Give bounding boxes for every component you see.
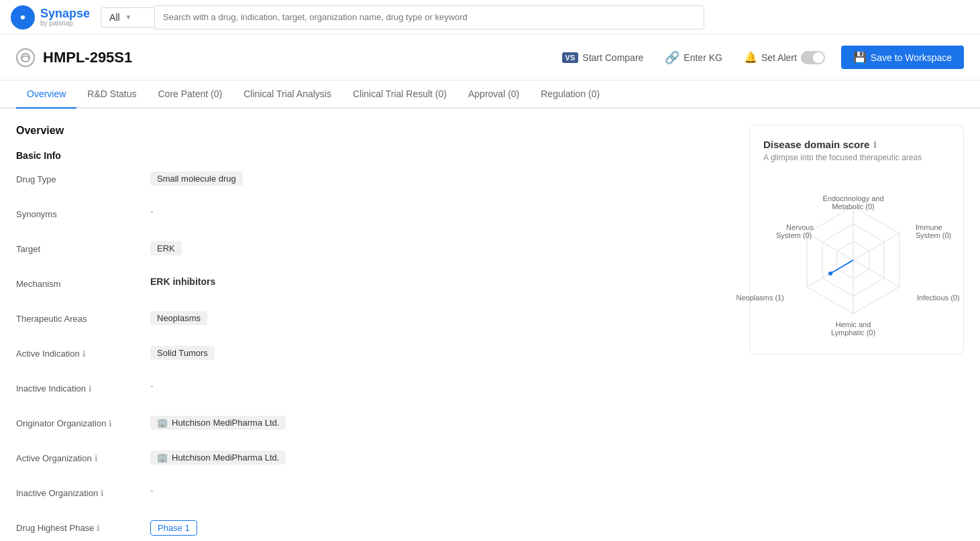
originator-org-value: 🏢 Hutchison MediPharma Ltd.	[150, 416, 733, 430]
tab-navigation: Overview R&D Status Core Patent (0) Clin…	[0, 80, 980, 109]
label-nervous: Nervous	[786, 223, 814, 231]
vs-icon: VS	[562, 52, 579, 63]
org-building-icon: 🏢	[157, 418, 168, 428]
target-label: Target	[16, 241, 150, 254]
drug-highest-phase-label: Drug Highest Phase ℹ	[16, 520, 150, 533]
tab-approval[interactable]: Approval (0)	[457, 80, 530, 109]
originator-org-name: Hutchison MediPharma Ltd.	[172, 418, 279, 428]
synonyms-value: -	[150, 206, 733, 217]
drug-actions: VS Start Compare 🔗 Enter KG 🔔 Set Alert …	[557, 46, 964, 69]
mechanism-label: Mechanism	[16, 276, 150, 289]
save-workspace-button[interactable]: 💾 Save to Workspace	[841, 46, 964, 69]
alert-toggle[interactable]	[801, 51, 825, 64]
inactive-indication-label: Inactive Indication ℹ	[16, 381, 150, 394]
alert-icon: 🔔	[744, 51, 757, 64]
search-type-select[interactable]: All ▼	[101, 7, 154, 27]
drug-type-row: Drug Type Small molecule drug	[16, 172, 733, 193]
originator-org-row: Originator Organization ℹ 🏢 Hutchison Me…	[16, 416, 733, 437]
active-org-label: Active Organization ℹ	[16, 450, 150, 463]
tab-clinical-trial-analysis[interactable]: Clinical Trial Analysis	[233, 80, 342, 109]
therapeutic-areas-row: Therapeutic Areas Neoplasms	[16, 311, 733, 333]
enter-kg-label: Enter KG	[684, 52, 722, 63]
synonyms-row: Synonyms -	[16, 206, 733, 228]
active-indication-value: Solid Tumors	[150, 346, 733, 363]
logo-area: Synapse by patsnap	[11, 5, 90, 29]
active-org-row: Active Organization ℹ 🏢 Hutchison MediPh…	[16, 450, 733, 472]
drug-highest-phase-tag: Phase 1	[150, 520, 197, 536]
logo-icon	[11, 5, 35, 29]
mechanism-row: Mechanism ERK inhibitors	[16, 276, 733, 298]
inactive-indication-value: -	[150, 381, 733, 392]
drug-type-tag: Small molecule drug	[150, 172, 243, 186]
drug-name: HMPL-295S1	[43, 49, 557, 66]
tab-rd-status[interactable]: R&D Status	[76, 80, 147, 109]
target-row: Target ERK	[16, 241, 733, 263]
target-value: ERK	[150, 241, 733, 258]
active-indication-label: Active Indication ℹ	[16, 346, 150, 359]
disease-domain-title: Disease domain score ℹ	[763, 139, 950, 150]
logo-text: Synapse	[40, 7, 90, 19]
originator-org-tag: 🏢 Hutchison MediPharma Ltd.	[150, 416, 286, 430]
active-org-name: Hutchison MediPharma Ltd.	[172, 453, 279, 463]
tab-overview[interactable]: Overview	[16, 80, 76, 109]
search-type-label: All	[109, 12, 120, 23]
active-indication-info-icon[interactable]: ℹ	[83, 349, 86, 359]
therapeutic-areas-value: Neoplasms	[150, 311, 733, 328]
svg-text:System (0): System (0)	[916, 231, 951, 239]
search-input[interactable]	[154, 5, 704, 29]
disease-domain-title-text: Disease domain score	[763, 139, 869, 150]
active-org-building-icon: 🏢	[157, 453, 168, 463]
synonyms-label: Synonyms	[16, 206, 150, 219]
svg-text:Lymphatic (0): Lymphatic (0)	[831, 328, 875, 337]
drug-highest-phase-value: Phase 1	[150, 520, 733, 536]
inactive-org-label: Inactive Organization ℹ	[16, 485, 150, 498]
therapeutic-areas-tag: Neoplasms	[150, 311, 207, 325]
drug-type-label: Drug Type	[16, 172, 150, 184]
svg-line-10	[830, 260, 853, 274]
inactive-org-row: Inactive Organization ℹ -	[16, 485, 733, 507]
search-bar: All ▼	[101, 5, 704, 29]
label-hemic: Hemic and	[836, 320, 871, 328]
mechanism-value: ERK inhibitors	[150, 276, 733, 287]
active-indication-tag: Solid Tumors	[150, 346, 215, 360]
tab-regulation[interactable]: Regulation (0)	[530, 80, 610, 109]
disease-domain-panel: Disease domain score ℹ A glimpse into th…	[749, 125, 964, 355]
active-org-tag: 🏢 Hutchison MediPharma Ltd.	[150, 450, 286, 465]
inactive-indication-info-icon[interactable]: ℹ	[89, 384, 92, 394]
tab-core-patent[interactable]: Core Patent (0)	[148, 80, 233, 109]
drug-type-value: Small molecule drug	[150, 172, 733, 188]
drug-highest-phase-info-icon[interactable]: ℹ	[97, 524, 100, 533]
drug-icon	[16, 48, 35, 67]
start-compare-label: Start Compare	[582, 52, 643, 63]
set-alert-label: Set Alert	[761, 52, 797, 63]
disease-domain-subtitle: A glimpse into the focused therapeutic a…	[763, 153, 950, 162]
originator-org-label: Originator Organization ℹ	[16, 416, 150, 428]
inactive-indication-row: Inactive Indication ℹ -	[16, 381, 733, 402]
drug-highest-phase-row: Drug Highest Phase ℹ Phase 1	[16, 520, 733, 541]
enter-kg-button[interactable]: 🔗 Enter KG	[659, 48, 728, 68]
inactive-org-info-icon[interactable]: ℹ	[101, 489, 104, 498]
originator-org-info-icon[interactable]: ℹ	[109, 419, 112, 428]
disease-domain-info-icon[interactable]: ℹ	[873, 140, 877, 149]
label-neoplasms: Neoplasms (1)	[736, 294, 784, 302]
set-alert-button[interactable]: 🔔 Set Alert	[739, 48, 830, 67]
tab-clinical-trial-result[interactable]: Clinical Trial Result (0)	[342, 80, 457, 109]
kg-icon: 🔗	[665, 50, 679, 65]
svg-point-1	[21, 15, 25, 19]
active-org-value: 🏢 Hutchison MediPharma Ltd.	[150, 450, 733, 465]
save-icon: 💾	[853, 51, 867, 64]
radar-svg: Endocrinology and Metabolic (0) Immune S…	[749, 166, 964, 347]
svg-point-11	[828, 272, 832, 276]
label-infectious: Infectious (0)	[917, 294, 960, 302]
inactive-org-value: -	[150, 485, 733, 496]
active-org-info-icon[interactable]: ℹ	[95, 454, 98, 463]
svg-text:System (0): System (0)	[776, 231, 812, 239]
basic-info-title: Basic Info	[16, 150, 733, 161]
content-area: Overview Basic Info Drug Type Small mole…	[0, 109, 980, 541]
start-compare-button[interactable]: VS Start Compare	[557, 50, 649, 66]
save-workspace-label: Save to Workspace	[871, 52, 952, 63]
svg-text:Metabolic (0): Metabolic (0)	[832, 202, 875, 211]
drug-header: HMPL-295S1 VS Start Compare 🔗 Enter KG 🔔…	[0, 35, 980, 80]
radar-chart: Endocrinology and Metabolic (0) Immune S…	[763, 173, 950, 341]
active-indication-row: Active Indication ℹ Solid Tumors	[16, 346, 733, 367]
